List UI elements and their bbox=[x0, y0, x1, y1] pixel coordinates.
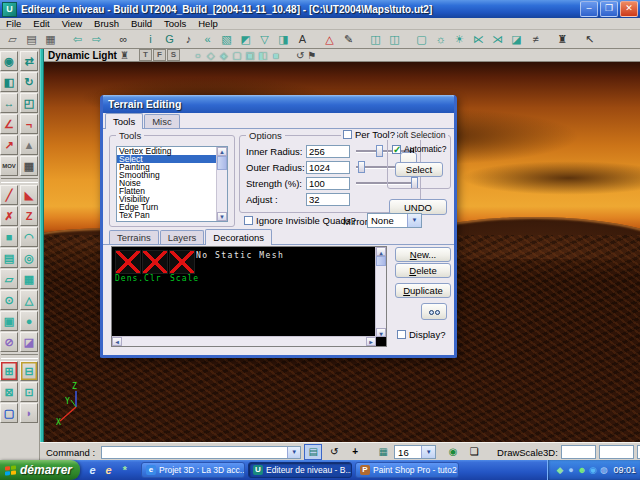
wedge-brush-tool[interactable]: ◪ bbox=[20, 332, 38, 352]
build-options-icon[interactable]: ≠ bbox=[526, 30, 545, 48]
prefab-browser-icon[interactable]: ◨ bbox=[274, 30, 293, 48]
lit-mode-icon[interactable]: ▣ bbox=[244, 50, 256, 61]
decorations-scrollbar[interactable]: ▲ ▼ bbox=[375, 247, 386, 337]
play-map-icon[interactable]: ♜ bbox=[553, 30, 572, 48]
minimize-button[interactable]: – bbox=[580, 1, 598, 17]
viewport-t-button[interactable]: T bbox=[139, 49, 152, 61]
menu-help[interactable]: Help bbox=[192, 18, 224, 29]
menu-build[interactable]: Build bbox=[125, 18, 158, 29]
scroll-up-icon[interactable]: ▲ bbox=[217, 147, 227, 156]
terrain-edit-tool[interactable]: ▲ bbox=[20, 135, 38, 155]
unlit-mode-icon[interactable]: ▢ bbox=[231, 50, 243, 61]
realtime-preview-icon[interactable]: ↺ bbox=[296, 50, 304, 61]
scroll-left-icon[interactable]: ◀ bbox=[112, 337, 122, 346]
poly-brush-tool[interactable]: ◣ bbox=[20, 185, 38, 205]
soft-select-button[interactable]: Select bbox=[395, 162, 443, 177]
ignore-quads-checkbox-row[interactable]: Ignore Invisible Quads? bbox=[244, 215, 356, 226]
terrain-tools-list[interactable]: Vertex EditingSelectPaintingSmoothingNoi… bbox=[116, 146, 228, 222]
spiral-stair-brush-tool[interactable]: ◎ bbox=[20, 248, 38, 268]
mirror-dropdown[interactable]: None ▼ bbox=[367, 213, 422, 228]
camera-mode-tool[interactable]: ◉ bbox=[0, 51, 18, 71]
terrain-brush-tool[interactable]: ▦ bbox=[20, 269, 38, 289]
slider-thumb[interactable] bbox=[376, 145, 383, 157]
menu-brush[interactable]: Brush bbox=[88, 18, 125, 29]
command-input[interactable]: ▼ bbox=[101, 446, 301, 459]
tab-tools[interactable]: Tools bbox=[105, 113, 143, 129]
msn-quicklaunch-icon[interactable]: * bbox=[118, 464, 131, 477]
info-tray-icon[interactable]: ◉ bbox=[587, 460, 598, 480]
per-tool-checkbox[interactable] bbox=[343, 130, 352, 139]
new-button[interactable]: New... bbox=[395, 247, 451, 262]
dropdown-arrow-icon[interactable]: ▼ bbox=[421, 446, 435, 458]
build-all-lights-icon[interactable]: ☀ bbox=[450, 30, 469, 48]
font-icon[interactable]: A bbox=[293, 30, 312, 48]
user-tray-icon[interactable]: ☻ bbox=[576, 460, 587, 480]
log-window-icon[interactable]: ▤ bbox=[304, 444, 322, 460]
missing-mesh-thumbnail[interactable] bbox=[142, 250, 168, 274]
build-paths-icon[interactable]: ⋉ bbox=[469, 30, 488, 48]
ignore-quads-checkbox[interactable] bbox=[244, 216, 253, 225]
cube-brush-tool[interactable]: ■ bbox=[0, 227, 18, 247]
stair-brush-tool[interactable]: ▤ bbox=[0, 248, 18, 268]
grid-size-dropdown[interactable]: 16 ▼ bbox=[394, 445, 436, 459]
wire-sphere-mode-icon[interactable]: ○ bbox=[192, 50, 204, 61]
window-split-left-icon[interactable]: ◫ bbox=[366, 30, 385, 48]
grid-snap-icon[interactable]: ▦ bbox=[374, 444, 392, 460]
sound-browser-icon[interactable]: « bbox=[198, 30, 217, 48]
vertex-edit-tool[interactable]: ∠ bbox=[0, 114, 18, 134]
texture-browser-icon[interactable]: ▧ bbox=[217, 30, 236, 48]
scale-tool[interactable]: ◰ bbox=[20, 93, 38, 113]
option-value-field[interactable]: 1024 bbox=[306, 161, 350, 174]
actor-show-icon[interactable]: ♜ bbox=[120, 50, 129, 61]
cone-brush-tool[interactable]: △ bbox=[20, 290, 38, 310]
zone-mode-icon[interactable]: ■ bbox=[270, 50, 282, 61]
automatic-checkbox-row[interactable]: Automatic? bbox=[392, 144, 447, 154]
tab-layers[interactable]: Layers bbox=[160, 230, 205, 244]
start-button[interactable]: démarrer bbox=[0, 460, 80, 480]
missing-mesh-thumbnail[interactable] bbox=[169, 250, 195, 274]
display-checkbox[interactable] bbox=[397, 330, 406, 339]
dialog-title-bar[interactable]: Terrain Editing bbox=[103, 95, 454, 113]
scroll-thumb[interactable] bbox=[217, 156, 227, 170]
sheet-brush-tool[interactable]: ▱ bbox=[0, 269, 18, 289]
tab-decorations[interactable]: Decorations bbox=[205, 229, 272, 245]
option-value-field[interactable]: 100 bbox=[306, 177, 350, 190]
matinee-tool[interactable]: ▦ bbox=[20, 156, 38, 176]
build-changed-paths-icon[interactable]: ⋊ bbox=[488, 30, 507, 48]
crosshair-icon[interactable]: + bbox=[346, 444, 364, 460]
title-bar[interactable]: U Editeur de niveau - Build UT2004_Build… bbox=[0, 0, 640, 18]
save-map-icon[interactable]: ▦ bbox=[41, 30, 60, 48]
select-box-tool[interactable]: ▢ bbox=[0, 403, 18, 423]
clip-z-tool[interactable]: Z bbox=[20, 206, 38, 226]
duplicate-button[interactable]: Duplicate bbox=[395, 283, 451, 298]
rotation-grid-icon[interactable]: ◉ bbox=[444, 444, 462, 460]
depth-mode-icon[interactable]: ◈ bbox=[218, 50, 230, 61]
decorations-panel[interactable]: No Static Mesh Dens.Clr Scale ▲ ▼ ◀ ▶ bbox=[111, 246, 387, 347]
task-button[interactable]: eProjet 3D : La 3D acc... bbox=[141, 462, 245, 478]
search-actor-icon[interactable]: ∞ bbox=[114, 30, 133, 48]
build-geometry-icon[interactable]: △ bbox=[320, 30, 339, 48]
option-value-field[interactable]: 256 bbox=[306, 145, 350, 158]
tools-list-scrollbar[interactable]: ▲ ▼ bbox=[216, 147, 227, 221]
scroll-right-icon[interactable]: ▶ bbox=[366, 337, 376, 346]
extrude-brush-tool[interactable]: ⊘ bbox=[0, 332, 18, 352]
open-map-icon[interactable]: ▤ bbox=[22, 30, 41, 48]
tab-terrains[interactable]: Terrains bbox=[109, 230, 159, 244]
rotate-tool[interactable]: ↻ bbox=[20, 72, 38, 92]
update-tray-icon[interactable]: ● bbox=[565, 460, 576, 480]
texture-mode-icon[interactable]: ◧ bbox=[257, 50, 269, 61]
tools-list-item[interactable]: Tex Pan bbox=[117, 211, 217, 219]
maximize-button[interactable]: ❐ bbox=[600, 1, 618, 17]
clip-x-tool[interactable]: ✗ bbox=[0, 206, 18, 226]
mesh-browser-icon[interactable]: ◩ bbox=[236, 30, 255, 48]
csg-subtract-button[interactable]: ⊟ bbox=[20, 361, 38, 381]
translate-mode-tool[interactable]: ⇄ bbox=[20, 51, 38, 71]
paint-icon[interactable]: ✎ bbox=[339, 30, 358, 48]
viewport-f-button[interactable]: F bbox=[153, 49, 166, 61]
task-button[interactable]: UEditeur de niveau - B... bbox=[248, 462, 352, 478]
menu-edit[interactable]: Edit bbox=[27, 18, 55, 29]
music-browser-icon[interactable]: ♪ bbox=[179, 30, 198, 48]
sphere-brush-tool[interactable]: ● bbox=[20, 311, 38, 331]
new-map-icon[interactable]: ▱ bbox=[3, 30, 22, 48]
scroll-down-icon[interactable]: ▼ bbox=[217, 212, 227, 221]
